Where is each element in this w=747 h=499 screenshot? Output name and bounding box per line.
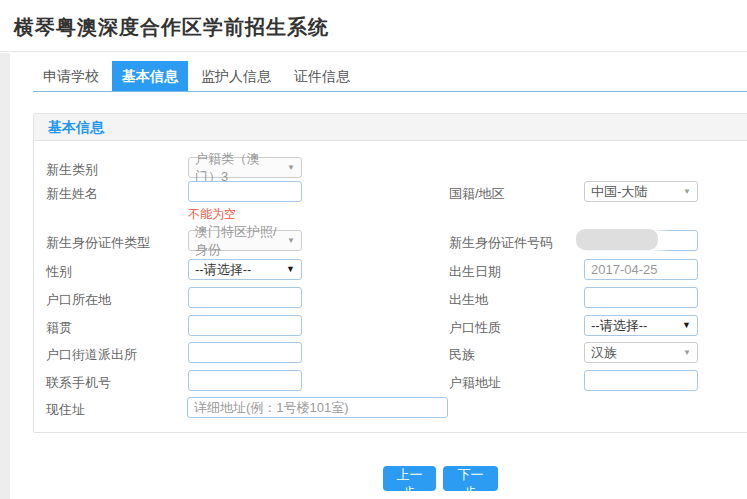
student-name-label: 新生姓名 xyxy=(46,185,98,203)
section-title: 基本信息 xyxy=(34,114,747,141)
registered-address-label: 户籍地址 xyxy=(449,374,501,392)
student-category-label: 新生类别 xyxy=(46,161,98,179)
validation-error: 不能为空 xyxy=(188,206,236,223)
birth-place-label: 出生地 xyxy=(449,291,488,309)
household-type-select[interactable]: --请选择-- ▼ xyxy=(584,315,698,336)
nationality-label: 国籍/地区 xyxy=(449,185,505,203)
gender-value: --请选择-- xyxy=(195,261,251,279)
chevron-down-icon: ▼ xyxy=(287,237,295,245)
page-title: 横琴粤澳深度合作区学前招生系统 xyxy=(14,16,329,38)
select-arrow-icon: ▼ xyxy=(682,321,691,330)
student-name-input[interactable] xyxy=(188,181,302,202)
ethnicity-select[interactable]: 汉族 ▼ xyxy=(584,342,698,363)
app-header: 横琴粤澳深度合作区学前招生系统 xyxy=(0,0,747,52)
gender-select[interactable]: --请选择-- ▼ xyxy=(188,259,302,280)
chevron-down-icon: ▼ xyxy=(683,349,691,357)
household-location-label: 户口所在地 xyxy=(46,291,111,309)
household-location-input[interactable] xyxy=(188,287,302,308)
tab-document-info[interactable]: 证件信息 xyxy=(284,61,360,91)
basic-info-panel: 基本信息 新生类别 户籍类（澳门）3 ▼ 新生姓名 不能为空 国籍/地区 中国-… xyxy=(33,113,747,433)
birth-date-label: 出生日期 xyxy=(449,263,501,281)
id-type-label: 新生身份证件类型 xyxy=(46,234,150,252)
id-number-label: 新生身份证件号码 xyxy=(449,234,553,252)
native-place-label: 籍贯 xyxy=(46,319,72,337)
phone-label: 联系手机号 xyxy=(46,374,111,392)
nationality-select[interactable]: 中国-大陆 ▼ xyxy=(584,181,698,202)
phone-input[interactable] xyxy=(188,370,302,391)
tab-basic-info[interactable]: 基本信息 xyxy=(112,61,188,91)
chevron-down-icon: ▼ xyxy=(287,164,295,172)
tab-bar: 申请学校 基本信息 监护人信息 证件信息 xyxy=(33,61,747,92)
household-type-label: 户口性质 xyxy=(449,319,501,337)
current-address-input[interactable] xyxy=(187,397,448,418)
next-step-button[interactable]: 下一步 xyxy=(443,466,498,491)
previous-step-button[interactable]: 上一步 xyxy=(383,466,436,491)
registered-address-input[interactable] xyxy=(584,370,698,391)
select-arrow-icon: ▼ xyxy=(286,265,295,274)
tab-guardian-info[interactable]: 监护人信息 xyxy=(191,61,281,91)
birth-date-input[interactable] xyxy=(584,259,698,280)
chevron-down-icon: ▼ xyxy=(683,188,691,196)
native-place-input[interactable] xyxy=(188,315,302,336)
birth-place-input[interactable] xyxy=(584,287,698,308)
household-type-value: --请选择-- xyxy=(591,317,647,335)
form-body: 新生类别 户籍类（澳门）3 ▼ 新生姓名 不能为空 国籍/地区 中国-大陆 ▼ … xyxy=(34,141,747,433)
police-station-label: 户口街道派出所 xyxy=(46,346,137,364)
nationality-value: 中国-大陆 xyxy=(591,183,647,201)
police-station-input[interactable] xyxy=(188,342,302,363)
ethnicity-value: 汉族 xyxy=(591,344,617,362)
ethnicity-label: 民族 xyxy=(449,346,475,364)
id-type-value: 澳门特区护照/身份 xyxy=(195,223,283,259)
gender-label: 性别 xyxy=(46,263,72,281)
id-type-select: 澳门特区护照/身份 ▼ xyxy=(188,230,302,251)
current-address-label: 现住址 xyxy=(46,401,85,419)
left-gutter xyxy=(0,53,10,499)
student-category-select: 户籍类（澳门）3 ▼ xyxy=(188,157,302,178)
tab-apply-school[interactable]: 申请学校 xyxy=(33,61,109,91)
redaction-blur xyxy=(576,229,658,250)
